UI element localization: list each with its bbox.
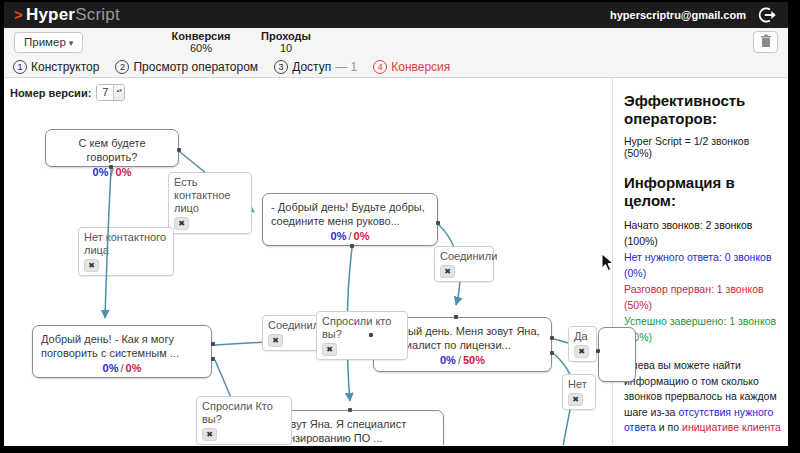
overall-info-heading: Информация в целом: xyxy=(624,174,778,210)
delete-button[interactable] xyxy=(753,31,778,53)
tab-constructor[interactable]: 1Конструктор xyxy=(13,60,99,74)
top-bar: >HyperScript hyperscriptru@gmail.com xyxy=(4,2,788,28)
trash-icon xyxy=(760,34,772,48)
app-screen: >HyperScript hyperscriptru@gmail.com При… xyxy=(4,2,788,446)
main-area: Номер версии: 7 ▴▾ xyxy=(4,78,788,445)
account-email[interactable]: hyperscriptru@gmail.com xyxy=(610,9,746,21)
call-stats-list: Начато звонков: 2 звонков (100%) Нет нуж… xyxy=(624,217,778,345)
stat-calls-started: Начато звонков: 2 звонков (100%) xyxy=(624,217,778,249)
mouse-cursor-icon xyxy=(601,254,615,272)
app-logo: >HyperScript xyxy=(14,5,120,25)
tab-operator-view[interactable]: 2Просмотр оператором xyxy=(115,60,258,74)
toolbar: Пример▾ Конверсия 60% Проходы 10 xyxy=(4,28,788,56)
operators-efficiency-heading: Эффективность операторов: xyxy=(624,92,778,128)
logout-icon[interactable] xyxy=(758,7,776,23)
conversion-stat: Конверсия 60% xyxy=(161,30,241,54)
flowchart-canvas[interactable]: Номер версии: 7 ▴▾ xyxy=(4,78,612,445)
chevron-down-icon: ▾ xyxy=(69,38,74,48)
stat-no-answer: Нет нужного ответа: 0 звонков (0%) xyxy=(624,249,778,281)
stats-sidebar: Эффективность операторов: Hyper Script =… xyxy=(613,78,788,445)
example-dropdown-button[interactable]: Пример▾ xyxy=(14,32,83,53)
stat-completed: Успешно завершено: 1 звонков (50%) xyxy=(624,313,778,345)
passes-stat: Проходы 10 xyxy=(246,30,326,54)
efficiency-line: Hyper Script = 1/2 звонков (50%) xyxy=(624,135,778,159)
flow-connections-top xyxy=(4,78,612,445)
stat-interrupted: Разговор прерван: 1 звонков (50%) xyxy=(624,281,778,313)
step-tabs: 1Конструктор 2Просмотр оператором 3Досту… xyxy=(4,56,788,78)
tab-access[interactable]: 3Доступ— 1 xyxy=(274,60,357,74)
tab-conversion[interactable]: 4Конверсия xyxy=(373,60,450,74)
explanation-note: Слева вы можете найти информацию о том с… xyxy=(624,358,784,436)
logo-chevron-icon: > xyxy=(14,6,23,23)
